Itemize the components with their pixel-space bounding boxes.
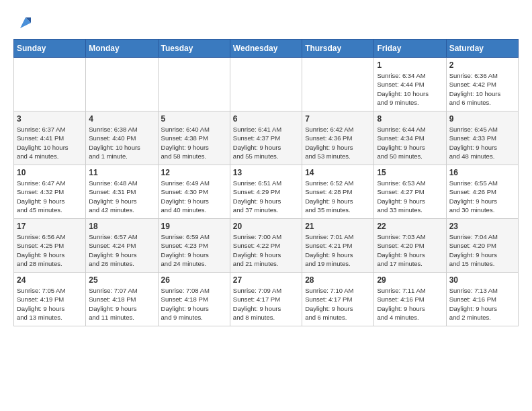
calendar-cell: 6Sunrise: 6:41 AM Sunset: 4:37 PM Daylig… bbox=[230, 111, 302, 165]
day-info: Sunrise: 7:08 AM Sunset: 4:18 PM Dayligh… bbox=[161, 286, 227, 322]
calendar-cell bbox=[86, 58, 158, 111]
weekday-header: Monday bbox=[86, 40, 158, 58]
day-number: 17 bbox=[17, 222, 83, 231]
weekday-header: Friday bbox=[374, 40, 446, 58]
day-number: 24 bbox=[17, 275, 83, 285]
day-number: 28 bbox=[305, 275, 371, 285]
day-info: Sunrise: 6:53 AM Sunset: 4:27 PM Dayligh… bbox=[377, 179, 443, 214]
calendar-cell: 13Sunrise: 6:51 AM Sunset: 4:29 PM Dayli… bbox=[230, 165, 302, 219]
calendar-cell: 29Sunrise: 7:11 AM Sunset: 4:16 PM Dayli… bbox=[374, 273, 446, 326]
calendar-cell: 14Sunrise: 6:52 AM Sunset: 4:28 PM Dayli… bbox=[302, 165, 374, 219]
calendar-cell bbox=[230, 58, 302, 111]
day-number: 22 bbox=[377, 222, 443, 231]
calendar-week-row: 24Sunrise: 7:05 AM Sunset: 4:19 PM Dayli… bbox=[14, 273, 519, 326]
calendar-cell: 17Sunrise: 6:56 AM Sunset: 4:25 PM Dayli… bbox=[14, 219, 86, 273]
day-number: 30 bbox=[449, 275, 515, 285]
calendar-week-row: 1Sunrise: 6:34 AM Sunset: 4:44 PM Daylig… bbox=[14, 58, 519, 111]
day-number: 9 bbox=[449, 114, 515, 124]
day-info: Sunrise: 6:48 AM Sunset: 4:31 PM Dayligh… bbox=[89, 179, 154, 214]
calendar-cell: 30Sunrise: 7:13 AM Sunset: 4:16 PM Dayli… bbox=[446, 273, 518, 326]
day-number: 16 bbox=[449, 168, 515, 177]
day-info: Sunrise: 6:36 AM Sunset: 4:42 PM Dayligh… bbox=[449, 71, 515, 107]
day-info: Sunrise: 7:13 AM Sunset: 4:16 PM Dayligh… bbox=[449, 286, 515, 322]
day-info: Sunrise: 6:41 AM Sunset: 4:37 PM Dayligh… bbox=[233, 125, 299, 161]
day-number: 2 bbox=[449, 60, 515, 70]
calendar-cell: 2Sunrise: 6:36 AM Sunset: 4:42 PM Daylig… bbox=[446, 58, 518, 111]
day-number: 29 bbox=[377, 275, 443, 285]
calendar-cell: 15Sunrise: 6:53 AM Sunset: 4:27 PM Dayli… bbox=[374, 165, 446, 219]
day-info: Sunrise: 7:07 AM Sunset: 4:18 PM Dayligh… bbox=[89, 286, 154, 322]
calendar-cell: 10Sunrise: 6:47 AM Sunset: 4:32 PM Dayli… bbox=[14, 165, 86, 219]
calendar-cell: 25Sunrise: 7:07 AM Sunset: 4:18 PM Dayli… bbox=[86, 273, 158, 326]
day-number: 20 bbox=[233, 222, 299, 231]
calendar-cell: 3Sunrise: 6:37 AM Sunset: 4:41 PM Daylig… bbox=[14, 111, 86, 165]
header bbox=[13, 13, 519, 32]
day-info: Sunrise: 7:11 AM Sunset: 4:16 PM Dayligh… bbox=[377, 286, 443, 322]
day-number: 23 bbox=[449, 222, 515, 231]
day-number: 4 bbox=[89, 114, 154, 124]
day-info: Sunrise: 6:51 AM Sunset: 4:29 PM Dayligh… bbox=[233, 179, 299, 214]
day-number: 14 bbox=[305, 168, 371, 177]
day-number: 3 bbox=[17, 114, 83, 124]
day-number: 21 bbox=[305, 222, 371, 231]
calendar-cell: 22Sunrise: 7:03 AM Sunset: 4:20 PM Dayli… bbox=[374, 219, 446, 273]
day-number: 26 bbox=[161, 275, 227, 285]
day-info: Sunrise: 6:47 AM Sunset: 4:32 PM Dayligh… bbox=[17, 179, 83, 214]
day-info: Sunrise: 6:34 AM Sunset: 4:44 PM Dayligh… bbox=[377, 71, 443, 107]
calendar-week-row: 10Sunrise: 6:47 AM Sunset: 4:32 PM Dayli… bbox=[14, 165, 519, 219]
calendar-cell: 20Sunrise: 7:00 AM Sunset: 4:22 PM Dayli… bbox=[230, 219, 302, 273]
calendar-cell: 7Sunrise: 6:42 AM Sunset: 4:36 PM Daylig… bbox=[302, 111, 374, 165]
weekday-header: Wednesday bbox=[230, 40, 302, 58]
logo bbox=[13, 13, 35, 32]
day-number: 8 bbox=[377, 114, 443, 124]
day-info: Sunrise: 7:09 AM Sunset: 4:17 PM Dayligh… bbox=[233, 286, 299, 322]
day-number: 12 bbox=[161, 168, 227, 177]
calendar-week-row: 3Sunrise: 6:37 AM Sunset: 4:41 PM Daylig… bbox=[14, 111, 519, 165]
day-info: Sunrise: 7:10 AM Sunset: 4:17 PM Dayligh… bbox=[305, 286, 371, 322]
day-info: Sunrise: 7:05 AM Sunset: 4:19 PM Dayligh… bbox=[17, 286, 83, 322]
logo-icon bbox=[16, 13, 35, 32]
calendar-week-row: 17Sunrise: 6:56 AM Sunset: 4:25 PM Dayli… bbox=[14, 219, 519, 273]
weekday-header: Sunday bbox=[14, 40, 86, 58]
day-number: 5 bbox=[161, 114, 227, 124]
day-number: 18 bbox=[89, 222, 154, 231]
calendar-cell: 9Sunrise: 6:45 AM Sunset: 4:33 PM Daylig… bbox=[446, 111, 518, 165]
day-number: 1 bbox=[377, 60, 443, 70]
day-info: Sunrise: 6:44 AM Sunset: 4:34 PM Dayligh… bbox=[377, 125, 443, 161]
calendar-cell: 8Sunrise: 6:44 AM Sunset: 4:34 PM Daylig… bbox=[374, 111, 446, 165]
calendar-cell bbox=[158, 58, 230, 111]
day-number: 10 bbox=[17, 168, 83, 177]
day-info: Sunrise: 7:00 AM Sunset: 4:22 PM Dayligh… bbox=[233, 232, 299, 268]
calendar-cell: 27Sunrise: 7:09 AM Sunset: 4:17 PM Dayli… bbox=[230, 273, 302, 326]
calendar-cell: 16Sunrise: 6:55 AM Sunset: 4:26 PM Dayli… bbox=[446, 165, 518, 219]
day-number: 19 bbox=[161, 222, 227, 231]
day-info: Sunrise: 6:42 AM Sunset: 4:36 PM Dayligh… bbox=[305, 125, 371, 161]
day-number: 11 bbox=[89, 168, 154, 177]
calendar-cell bbox=[302, 58, 374, 111]
calendar-cell: 21Sunrise: 7:01 AM Sunset: 4:21 PM Dayli… bbox=[302, 219, 374, 273]
calendar-cell: 26Sunrise: 7:08 AM Sunset: 4:18 PM Dayli… bbox=[158, 273, 230, 326]
day-number: 13 bbox=[233, 168, 299, 177]
day-number: 25 bbox=[89, 275, 154, 285]
day-number: 6 bbox=[233, 114, 299, 124]
day-info: Sunrise: 7:04 AM Sunset: 4:20 PM Dayligh… bbox=[449, 232, 515, 268]
day-info: Sunrise: 6:45 AM Sunset: 4:33 PM Dayligh… bbox=[449, 125, 515, 161]
day-info: Sunrise: 7:03 AM Sunset: 4:20 PM Dayligh… bbox=[377, 232, 443, 268]
calendar-cell: 19Sunrise: 6:59 AM Sunset: 4:23 PM Dayli… bbox=[158, 219, 230, 273]
calendar-cell: 1Sunrise: 6:34 AM Sunset: 4:44 PM Daylig… bbox=[374, 58, 446, 111]
calendar-header-row: SundayMondayTuesdayWednesdayThursdayFrid… bbox=[14, 40, 519, 58]
calendar-cell: 24Sunrise: 7:05 AM Sunset: 4:19 PM Dayli… bbox=[14, 273, 86, 326]
day-info: Sunrise: 6:38 AM Sunset: 4:40 PM Dayligh… bbox=[89, 125, 154, 161]
day-info: Sunrise: 6:40 AM Sunset: 4:38 PM Dayligh… bbox=[161, 125, 227, 161]
calendar-cell: 23Sunrise: 7:04 AM Sunset: 4:20 PM Dayli… bbox=[446, 219, 518, 273]
weekday-header: Tuesday bbox=[158, 40, 230, 58]
day-info: Sunrise: 6:49 AM Sunset: 4:30 PM Dayligh… bbox=[161, 179, 227, 214]
calendar-cell: 5Sunrise: 6:40 AM Sunset: 4:38 PM Daylig… bbox=[158, 111, 230, 165]
day-info: Sunrise: 7:01 AM Sunset: 4:21 PM Dayligh… bbox=[305, 232, 371, 268]
day-number: 15 bbox=[377, 168, 443, 177]
calendar-cell: 11Sunrise: 6:48 AM Sunset: 4:31 PM Dayli… bbox=[86, 165, 158, 219]
day-number: 27 bbox=[233, 275, 299, 285]
calendar-cell: 28Sunrise: 7:10 AM Sunset: 4:17 PM Dayli… bbox=[302, 273, 374, 326]
day-info: Sunrise: 6:55 AM Sunset: 4:26 PM Dayligh… bbox=[449, 179, 515, 214]
calendar-cell: 18Sunrise: 6:57 AM Sunset: 4:24 PM Dayli… bbox=[86, 219, 158, 273]
